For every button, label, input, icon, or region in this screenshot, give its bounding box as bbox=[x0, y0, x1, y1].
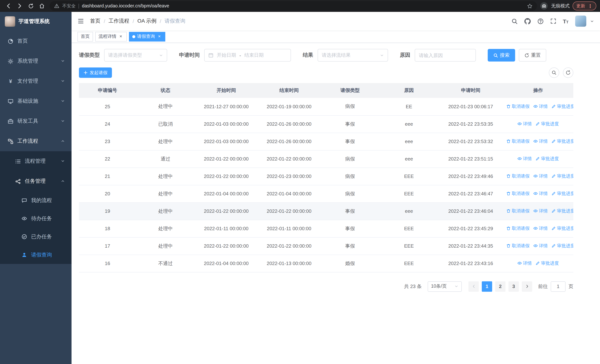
reason-input[interactable] bbox=[415, 49, 476, 62]
refresh-table-button[interactable] bbox=[563, 67, 573, 78]
application-id: 20 bbox=[79, 185, 136, 202]
breadcrumb-item-oa-example[interactable]: OA 示例 bbox=[138, 18, 157, 24]
edit-icon bbox=[552, 244, 556, 248]
approval-progress-link[interactable]: 审批进度 bbox=[552, 191, 573, 197]
sidebar-item-process-management[interactable]: 流程管理 bbox=[0, 151, 72, 171]
page-button-3[interactable]: 3 bbox=[508, 281, 519, 291]
github-icon[interactable] bbox=[524, 18, 531, 24]
leave-type: 病假 bbox=[320, 168, 379, 185]
app-logo[interactable]: 芋道管理系统 bbox=[0, 12, 72, 31]
detail-link[interactable]: 详情 bbox=[533, 243, 548, 249]
sidebar-item-label: 流程管理 bbox=[25, 158, 46, 165]
reset-button[interactable]: 重置 bbox=[519, 49, 546, 62]
detail-link[interactable]: 详情 bbox=[533, 191, 548, 197]
detail-link[interactable]: 详情 bbox=[533, 173, 548, 179]
sidebar-item-workflow[interactable]: 工作流程 bbox=[0, 131, 72, 151]
header-search-icon[interactable] bbox=[511, 18, 517, 24]
breadcrumb-item-current: 请假查询 bbox=[165, 18, 185, 24]
detail-link[interactable]: 详情 bbox=[517, 121, 532, 127]
tab-process-detail[interactable]: 流程详情× bbox=[95, 32, 127, 41]
sidebar-item-my-process[interactable]: 我的流程 bbox=[0, 191, 72, 209]
browser-home-button[interactable] bbox=[37, 1, 47, 11]
sidebar-item-label: 待办任务 bbox=[31, 215, 52, 222]
approval-progress-link[interactable]: 审批进度 bbox=[535, 156, 559, 162]
close-tab-icon[interactable]: × bbox=[118, 34, 123, 39]
sidebar-item-done-tasks[interactable]: 已办任务 bbox=[0, 228, 72, 246]
tab-leave-query[interactable]: 请假查询× bbox=[129, 32, 165, 41]
sidebar-item-todo-tasks[interactable]: 待办任务 bbox=[0, 209, 72, 228]
apply-time: 2022-01-22 23:49:46 bbox=[438, 168, 503, 185]
cancel-leave-link[interactable]: 取消请假 bbox=[506, 173, 530, 179]
row-actions: 取消请假详情审批进度 bbox=[503, 98, 573, 115]
sidebar-item-home[interactable]: 首页 bbox=[0, 31, 72, 51]
eye-icon bbox=[533, 209, 538, 213]
browser-back-button[interactable] bbox=[4, 1, 13, 11]
search-button[interactable]: 搜索 bbox=[488, 49, 515, 62]
cancel-leave-link[interactable]: 取消请假 bbox=[506, 243, 530, 249]
help-icon[interactable] bbox=[537, 18, 544, 24]
browser-update-button[interactable]: 更新 ⋮ bbox=[572, 1, 596, 10]
approval-progress-link[interactable]: 审批进度 bbox=[552, 103, 573, 110]
cancel-leave-link[interactable]: 取消请假 bbox=[506, 103, 530, 110]
detail-link[interactable]: 详情 bbox=[517, 260, 532, 267]
browser-menu-icon[interactable]: ⋮ bbox=[588, 3, 593, 9]
approval-progress-link[interactable]: 审批进度 bbox=[552, 243, 573, 249]
reason: EEE bbox=[379, 185, 438, 202]
tab-home[interactable]: 首页 bbox=[77, 32, 93, 41]
detail-link[interactable]: 详情 bbox=[533, 208, 548, 214]
sidebar-item-payment-management[interactable]: ¥支付管理 bbox=[0, 71, 72, 91]
apply-time-range-picker[interactable]: 开始日期 - 结束日期 bbox=[204, 49, 291, 62]
page-size-select[interactable]: 10条/页 bbox=[428, 281, 462, 291]
detail-link[interactable]: 详情 bbox=[533, 138, 548, 145]
sidebar-item-task-management[interactable]: 任务管理 bbox=[0, 171, 72, 191]
status: 处理中 bbox=[136, 237, 195, 255]
next-page-button[interactable] bbox=[522, 281, 532, 291]
approval-progress-link[interactable]: 审批进度 bbox=[535, 121, 559, 127]
breadcrumb-item-workflow[interactable]: 工作流程 bbox=[109, 18, 129, 24]
approval-progress-link[interactable]: 审批进度 bbox=[552, 173, 573, 179]
close-tab-icon[interactable]: × bbox=[157, 34, 162, 39]
cancel-leave-link[interactable]: 取消请假 bbox=[506, 225, 530, 232]
page-button-2[interactable]: 2 bbox=[495, 281, 506, 291]
create-leave-button[interactable]: 发起请假 bbox=[79, 67, 112, 78]
application-id: 19 bbox=[79, 202, 136, 220]
font-size-icon[interactable]: TT bbox=[563, 18, 569, 24]
user-icon bbox=[21, 252, 28, 258]
breadcrumb-item-home[interactable]: 首页 bbox=[90, 18, 100, 24]
sidebar-item-system-management[interactable]: 系统管理 bbox=[0, 51, 72, 71]
approval-progress-link[interactable]: 审批进度 bbox=[535, 260, 559, 267]
goto-page-input[interactable] bbox=[551, 281, 565, 291]
browser-forward-button[interactable] bbox=[15, 1, 24, 11]
chevron-down-icon[interactable] bbox=[590, 19, 594, 23]
application-id: 17 bbox=[79, 237, 136, 255]
detail-link[interactable]: 详情 bbox=[517, 156, 532, 162]
infrastructure-icon bbox=[7, 98, 14, 104]
eye-icon bbox=[533, 191, 538, 196]
detail-link[interactable]: 详情 bbox=[533, 225, 548, 232]
sidebar-item-infrastructure[interactable]: 基础设施 bbox=[0, 91, 72, 111]
search-toggle-button[interactable] bbox=[549, 67, 559, 78]
avatar[interactable] bbox=[575, 16, 586, 27]
fullscreen-icon[interactable] bbox=[550, 18, 556, 24]
sidebar-toggle-icon[interactable] bbox=[77, 18, 84, 24]
cancel-leave-link[interactable]: 取消请假 bbox=[506, 138, 530, 145]
cancel-leave-link[interactable]: 取消请假 bbox=[506, 208, 530, 214]
bookmark-star-icon[interactable] bbox=[527, 3, 533, 9]
address-bar[interactable]: 不安全 dashboard.yudao.iocoder.cn/bpm/oa/le… bbox=[50, 1, 537, 11]
cancel-leave-link[interactable]: 取消请假 bbox=[506, 191, 530, 197]
chevron-down-icon bbox=[454, 284, 459, 288]
edit-icon bbox=[535, 157, 540, 161]
sidebar-item-dev-tools[interactable]: 研发工具 bbox=[0, 111, 72, 131]
result-select[interactable]: 请选择流结果 bbox=[318, 49, 388, 62]
approval-progress-link[interactable]: 审批进度 bbox=[552, 225, 573, 232]
sidebar: 芋道管理系统 首页系统管理¥支付管理基础设施研发工具工作流程流程管理任务管理我的… bbox=[0, 12, 72, 364]
reason: EEE bbox=[379, 168, 438, 185]
detail-link[interactable]: 详情 bbox=[533, 103, 548, 110]
approval-progress-link[interactable]: 审批进度 bbox=[552, 208, 573, 214]
browser-refresh-button[interactable] bbox=[26, 1, 36, 11]
sidebar-item-leave-query[interactable]: 请假查询 bbox=[0, 246, 72, 264]
leave-type-select[interactable]: 请选择请假类型 bbox=[104, 49, 167, 62]
page-button-1[interactable]: 1 bbox=[482, 281, 492, 291]
approval-progress-link[interactable]: 审批进度 bbox=[552, 138, 573, 145]
prev-page-button[interactable] bbox=[469, 281, 479, 291]
